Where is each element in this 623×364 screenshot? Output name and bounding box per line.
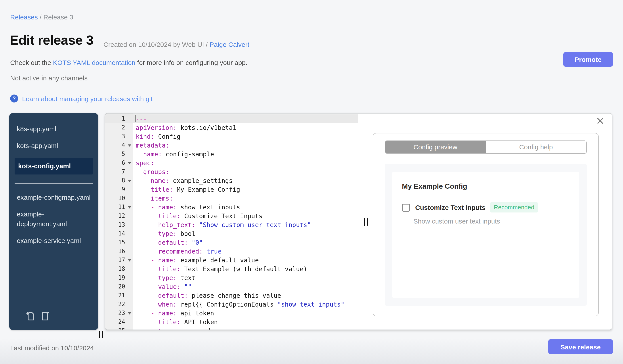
new-file-icon[interactable] [41, 311, 50, 323]
line-number: 2 [105, 123, 133, 132]
code-line-20[interactable]: 20 value: "" [105, 282, 358, 291]
created-author-link[interactable]: Paige Calvert [210, 41, 249, 48]
line-number: 24 [105, 318, 133, 326]
file-item-example-configmap-yaml[interactable]: example-configmap.yaml [9, 193, 98, 202]
fold-arrow-icon[interactable] [128, 162, 131, 164]
channel-status: Not active in any channels [10, 74, 88, 82]
config-preview-card: Config previewConfig help My Example Con… [373, 133, 599, 316]
file-list: k8s-app.yamlkots-app.yamlkots-config.yam… [9, 113, 98, 246]
preview-tabs: Config previewConfig help [385, 141, 587, 154]
tab-config-preview[interactable]: Config preview [385, 141, 486, 153]
fold-arrow-icon[interactable] [128, 180, 131, 182]
config-group: My Example Config Customize Text Inputs … [392, 172, 579, 298]
code-line-15[interactable]: 15 default: "0" [105, 238, 358, 247]
line-number: 14 [105, 229, 133, 238]
page-title: Edit release 3 [10, 33, 93, 48]
code-line-4[interactable]: 4metadata: [105, 141, 358, 150]
created-line: Created on 10/10/2024 by Web UI / Paige … [104, 41, 249, 48]
line-number: 23 [105, 309, 133, 318]
code-line-17[interactable]: 17 - name: example_default_value [105, 256, 358, 265]
code-line-7[interactable]: 7 groups: [105, 167, 358, 176]
code-line-21[interactable]: 21 default: please change this value [105, 291, 358, 300]
recommended-badge: Recommended [490, 202, 538, 212]
breadcrumb: Releases / Release 3 [10, 13, 73, 21]
tab-config-help[interactable]: Config help [486, 141, 586, 153]
code-line-9[interactable]: 9 title: My Example Config [105, 185, 358, 194]
file-tree-divider [15, 183, 93, 184]
code-line-14[interactable]: 14 type: bool [105, 229, 358, 238]
breadcrumb-releases-link[interactable]: Releases [10, 13, 38, 21]
release-workspace: k8s-app.yamlkots-app.yamlkots-config.yam… [0, 113, 623, 330]
code-line-19[interactable]: 19 type: text [105, 273, 358, 282]
indent-guide [151, 212, 151, 257]
created-text: Created on 10/10/2024 by Web UI / [104, 41, 210, 48]
line-number: 6 [105, 159, 133, 167]
file-item-example-service-yaml[interactable]: example-service.yaml [9, 236, 98, 246]
git-help-row[interactable]: ? Learn about managing your releases wit… [10, 95, 153, 102]
file-item-k8s-app-yaml[interactable]: k8s-app.yaml [9, 124, 98, 134]
code-line-10[interactable]: 10 items: [105, 194, 358, 203]
yaml-code-editor[interactable]: 1---2apiVersion: kots.io/v1beta13kind: C… [105, 114, 358, 329]
line-number: 15 [105, 238, 133, 247]
line-number: 9 [105, 185, 133, 194]
code-line-6[interactable]: 6spec: [105, 159, 358, 167]
code-line-11[interactable]: 11 - name: show_text_inputs [105, 203, 358, 212]
code-line-12[interactable]: 12 title: Customize Text Inputs [105, 212, 358, 221]
upload-file-icon[interactable] [25, 311, 35, 323]
code-line-25[interactable]: 25 type: password [105, 326, 358, 329]
code-line-8[interactable]: 8 - name: example_settings [105, 176, 358, 185]
line-number: 18 [105, 265, 133, 273]
code-line-1[interactable]: 1--- [105, 114, 358, 123]
code-line-16[interactable]: 16 recommended: true [105, 247, 358, 256]
line-number: 16 [105, 247, 133, 256]
docs-after: for more info on configuring your app. [135, 59, 247, 66]
customize-text-inputs-checkbox[interactable] [402, 203, 410, 211]
close-icon[interactable]: ✕ [596, 115, 604, 127]
breadcrumb-current: Release 3 [43, 13, 73, 21]
save-release-button[interactable]: Save release [548, 339, 613, 354]
line-number: 10 [105, 194, 133, 203]
fold-arrow-icon[interactable] [128, 259, 131, 262]
code-line-2[interactable]: 2apiVersion: kots.io/v1beta1 [105, 123, 358, 132]
docs-before: Check out the [10, 59, 53, 66]
line-number: 5 [105, 150, 133, 159]
file-item-kots-app-yaml[interactable]: kots-app.yaml [9, 141, 98, 151]
fold-arrow-icon[interactable] [128, 206, 131, 208]
code-line-22[interactable]: 22 when: repl{{ ConfigOptionEquals "show… [105, 300, 358, 309]
config-group-title: My Example Config [392, 172, 579, 190]
config-item-help: Show custom user text inputs [413, 217, 579, 225]
code-line-5[interactable]: 5 name: config-sample [105, 150, 358, 159]
code-line-13[interactable]: 13 help_text: "Show custom user text inp… [105, 221, 358, 229]
kots-yaml-docs-link[interactable]: KOTS YAML documentation [53, 59, 135, 66]
promote-button[interactable]: Promote [563, 52, 613, 67]
git-help-link[interactable]: Learn about managing your releases with … [22, 95, 153, 102]
file-item-kots-config-yaml[interactable]: kots-config.yaml [15, 158, 93, 175]
line-number: 3 [105, 132, 133, 141]
breadcrumb-separator: / [38, 13, 43, 21]
code-line-18[interactable]: 18 title: Text Example (with default val… [105, 265, 358, 273]
fold-arrow-icon[interactable] [128, 312, 131, 315]
file-tree-sidebar: k8s-app.yamlkots-app.yamlkots-config.yam… [9, 113, 98, 330]
line-number: 1 [105, 114, 133, 123]
code-line-24[interactable]: 24 title: API token [105, 318, 358, 326]
sidebar-resize-handle[interactable] [99, 331, 103, 338]
code-line-3[interactable]: 3kind: Config [105, 132, 358, 141]
fold-arrow-icon[interactable] [128, 144, 131, 147]
preview-resize-handle[interactable] [364, 218, 368, 226]
indent-guide [151, 319, 151, 329]
line-number: 8 [105, 176, 133, 185]
code-line-23[interactable]: 23 - name: api_token [105, 309, 358, 318]
question-icon: ? [10, 95, 18, 102]
config-item-row: Customize Text Inputs Recommended [402, 202, 579, 212]
line-number: 11 [105, 203, 133, 212]
editor-shell: 1---2apiVersion: kots.io/v1beta13kind: C… [105, 113, 612, 330]
line-number: 12 [105, 212, 133, 221]
text-cursor [135, 115, 136, 122]
file-tree-actions [9, 305, 98, 330]
line-number: 17 [105, 256, 133, 265]
line-number: 20 [105, 282, 133, 291]
page: Releases / Release 3 Edit release 3 Crea… [0, 0, 623, 364]
docs-line: Check out the KOTS YAML documentation fo… [10, 59, 247, 66]
line-number: 13 [105, 221, 133, 229]
file-item-example-deployment-yaml[interactable]: example-deployment.yaml [9, 209, 98, 229]
